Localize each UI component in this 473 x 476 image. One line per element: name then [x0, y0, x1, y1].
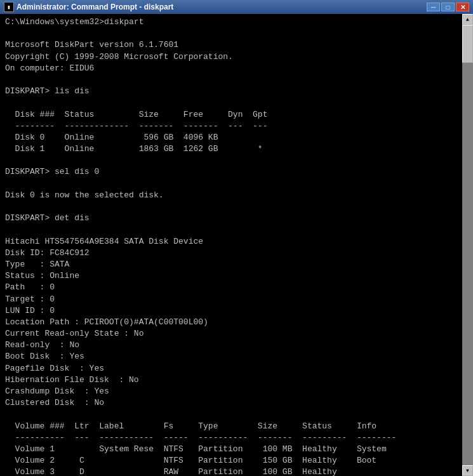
- app-icon: ▮: [4, 2, 14, 12]
- maximize-button[interactable]: □: [441, 3, 455, 11]
- app-icon-symbol: ▮: [7, 4, 10, 11]
- scroll-thumb[interactable]: [462, 25, 473, 63]
- window-title: Administrator: Command Prompt - diskpart: [17, 3, 173, 11]
- minimize-button[interactable]: ─: [427, 3, 440, 11]
- console-body: C:\Windows\system32>diskpart Microsoft D…: [0, 14, 473, 476]
- close-button[interactable]: ✕: [456, 3, 469, 11]
- scrollbar[interactable]: ▲ ▼: [462, 14, 473, 476]
- scroll-down-button[interactable]: ▼: [462, 465, 473, 476]
- console-output[interactable]: C:\Windows\system32>diskpart Microsoft D…: [0, 14, 462, 476]
- scroll-track[interactable]: [462, 25, 473, 465]
- scroll-up-button[interactable]: ▲: [462, 14, 473, 25]
- title-bar: ▮ Administrator: Command Prompt - diskpa…: [0, 0, 473, 14]
- title-bar-left: ▮ Administrator: Command Prompt - diskpa…: [4, 2, 173, 12]
- window: ▮ Administrator: Command Prompt - diskpa…: [0, 0, 473, 476]
- title-bar-buttons: ─ □ ✕: [427, 3, 469, 11]
